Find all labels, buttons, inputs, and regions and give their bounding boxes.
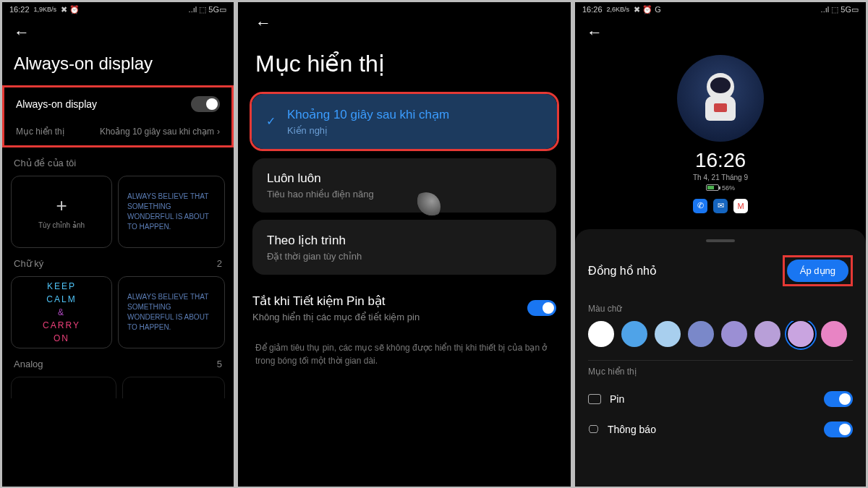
aod-toggle[interactable]	[191, 96, 220, 112]
tile-custom-label: Tùy chỉnh ảnh	[38, 221, 85, 229]
phone-icon: ✆	[693, 199, 707, 213]
option-subtitle: Kiến nghị	[287, 125, 449, 136]
color-swatches	[588, 321, 853, 350]
option-schedule[interactable]: Theo lịch trình Đặt thời gian tùy chỉnh	[252, 220, 556, 275]
kc-line: KEEP	[43, 280, 80, 293]
status-time: 16:22	[9, 5, 30, 14]
kc-line: CALM	[43, 293, 80, 306]
option-title: Luôn luôn	[267, 171, 542, 186]
preview-date: Th 4, 21 Tháng 9	[693, 174, 748, 181]
page-title: Mục hiển thị	[238, 44, 571, 92]
status-bar: 16:26 2,6KB/s ✖ ⏰ G ..ıl ⬚ 5G▭	[575, 2, 866, 17]
section-themes-label: Chủ đề của tôi	[2, 147, 234, 176]
section-analog-label: Analog	[14, 359, 43, 369]
notif-toggle[interactable]	[824, 421, 853, 437]
status-right: ..ıl ⬚ 5G▭	[821, 5, 859, 14]
back-button[interactable]: ←	[575, 17, 866, 48]
items-label: Mục hiển thị	[588, 367, 853, 377]
kc-line: ON	[43, 332, 80, 345]
color-swatch[interactable]	[821, 321, 847, 347]
display-mode-row[interactable]: Mục hiển thị Khoảng 10 giây sau khi chạm…	[4, 121, 231, 145]
infinity-icon: ∞	[213, 396, 220, 398]
row-pin[interactable]: Pin	[588, 384, 853, 414]
row-notification[interactable]: 🖵Thông báo	[588, 414, 853, 445]
section-signature-label: Chữ ký	[14, 258, 43, 269]
aod-preview: 16:26 Th 4, 21 Tháng 9 56% ✆ ✉ M	[575, 48, 866, 223]
option-title: Khoảng 10 giây sau khi chạm	[287, 107, 449, 122]
section-analog: Analog 5	[2, 348, 234, 377]
messages-icon: ✉	[713, 199, 728, 213]
status-speed: 2,6KB/s	[607, 6, 630, 13]
battery-saver-row[interactable]: Tắt khi Tiết kiệm Pin bật Không hiển thị…	[238, 282, 571, 334]
phone-screen-2: ← Mục hiển thị ✓ Khoảng 10 giây sau khi …	[238, 2, 571, 487]
tile-keep-calm[interactable]: KEEP CALM & CARRY ON	[11, 276, 112, 348]
section-analog-count: 5	[217, 359, 222, 369]
pin-toggle[interactable]	[824, 391, 853, 407]
display-mode-value: Khoảng 10 giây sau khi chạm	[100, 127, 214, 137]
status-speed: 1,9KB/s	[34, 6, 57, 13]
back-button[interactable]: ←	[2, 17, 234, 48]
preview-app-icons: ✆ ✉ M	[693, 199, 748, 213]
row-notif-label: Thông báo	[608, 424, 656, 435]
highlighted-section: Always-on display Mục hiển thị Khoảng 10…	[2, 85, 234, 147]
battery-saver-title: Tắt khi Tiết kiệm Pin bật	[252, 294, 420, 309]
highlighted-option: ✓ Khoảng 10 giây sau khi chạm Kiến nghị	[250, 92, 559, 151]
preview-time: 16:26	[695, 149, 746, 172]
tile-analog-1[interactable]	[11, 377, 116, 398]
option-always[interactable]: Luôn luôn Tiêu hao nhiều điện năng	[252, 158, 556, 213]
sheet-title: Đồng hồ nhỏ	[588, 264, 657, 278]
status-bar: 16:22 1,9KB/s ✖ ⏰ ..ıl ⬚ 5G▭	[2, 2, 234, 17]
section-signature: Chữ ký 2	[2, 248, 234, 276]
status-time: 16:26	[582, 5, 603, 14]
phone-screen-3: 16:26 2,6KB/s ✖ ⏰ G ..ıl ⬚ 5G▭ ← 16:26 T…	[575, 2, 866, 487]
color-swatch[interactable]	[655, 321, 681, 347]
color-label: Màu chữ	[588, 304, 853, 314]
display-mode-label: Mục hiển thị	[16, 127, 64, 137]
kc-line: &	[43, 306, 80, 319]
preview-battery: 56%	[706, 184, 735, 192]
gmail-icon: M	[733, 199, 748, 213]
color-swatch[interactable]	[788, 321, 814, 347]
phone-screen-1: 16:22 1,9KB/s ✖ ⏰ ..ıl ⬚ 5G▭ ← Always-on…	[2, 2, 234, 487]
battery-icon	[706, 184, 719, 191]
kc-line: CARRY	[43, 319, 80, 332]
tile-custom-image[interactable]: + Tùy chỉnh ảnh	[11, 176, 112, 248]
row-pin-label: Pin	[610, 393, 624, 405]
status-icons: ✖ ⏰ G	[634, 5, 661, 14]
sheet-handle[interactable]	[706, 239, 735, 242]
color-swatch[interactable]	[754, 321, 780, 347]
customization-sheet: Đồng hồ nhỏ Áp dụng Màu chữ Mục hiển thị…	[575, 229, 866, 487]
page-title: Always-on display	[2, 48, 234, 85]
tile-theme-believe[interactable]: ALWAYS BELIEVE THAT SOMETHING WONDERFUL …	[118, 176, 225, 248]
color-swatch[interactable]	[588, 321, 614, 347]
tile-sig-believe-text: ALWAYS BELIEVE THAT SOMETHING WONDERFUL …	[127, 292, 216, 333]
color-swatch[interactable]	[621, 321, 647, 347]
aod-toggle-row[interactable]: Always-on display	[4, 87, 231, 121]
battery-saver-sub: Không hiển thị các mục để tiết kiệm pin	[252, 312, 420, 322]
tile-analog-2[interactable]: ∞	[122, 377, 225, 398]
preview-battery-pct: 56%	[722, 184, 735, 192]
tile-believe-text: ALWAYS BELIEVE THAT SOMETHING WONDERFUL …	[127, 192, 216, 232]
notification-icon: 🖵	[588, 423, 599, 435]
highlighted-apply: Áp dụng	[783, 255, 853, 286]
status-icons: ✖ ⏰	[61, 5, 80, 14]
option-10s-after-tap[interactable]: ✓ Khoảng 10 giây sau khi chạm Kiến nghị	[252, 94, 557, 149]
plus-icon: +	[56, 194, 67, 217]
back-button[interactable]: ←	[238, 2, 571, 44]
option-title: Theo lịch trình	[267, 233, 542, 248]
status-right: ..ıl ⬚ 5G▭	[189, 5, 226, 14]
aod-toggle-label: Always-on display	[16, 98, 97, 110]
check-icon: ✓	[266, 114, 276, 128]
battery-saver-toggle[interactable]	[527, 300, 556, 316]
help-text: Để giảm tiêu thụ pin, các mục sẽ không đ…	[238, 334, 571, 374]
section-signature-count: 2	[217, 258, 222, 269]
astronaut-illustration	[677, 55, 764, 142]
option-subtitle: Đặt thời gian tùy chỉnh	[267, 251, 542, 262]
chevron-right-icon: ›	[217, 127, 220, 137]
tile-sig-believe[interactable]: ALWAYS BELIEVE THAT SOMETHING WONDERFUL …	[118, 276, 225, 348]
option-subtitle: Tiêu hao nhiều điện năng	[267, 189, 542, 200]
color-swatch[interactable]	[688, 321, 714, 347]
apply-button[interactable]: Áp dụng	[787, 260, 848, 282]
battery-outline-icon	[588, 394, 601, 404]
color-swatch[interactable]	[721, 321, 747, 347]
